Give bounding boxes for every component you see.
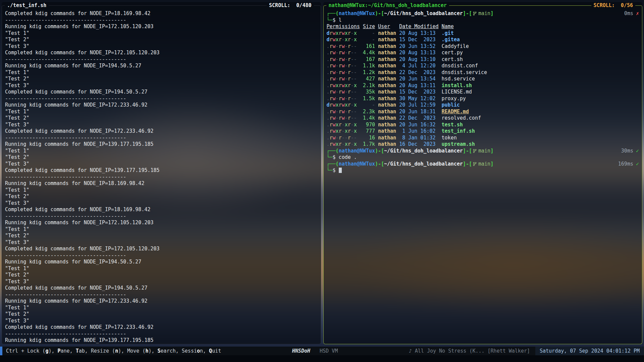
file-date: 22 Dec 2023 — [399, 115, 438, 122]
keybinding-hint: Resize ( — [91, 348, 115, 354]
file-listing-rows: drwxrwxr-x-nathan20 Aug 13:13.gitdrwxr-x… — [327, 30, 639, 148]
keybinding-hint: Lock ( — [27, 348, 45, 354]
pane-title: ./test_inf.sh — [5, 2, 49, 9]
file-row: .rw-rw-r--2.3knathan20 Jun 18:31README.m… — [327, 109, 639, 115]
terminal-line: ---------------------------------------- — [5, 174, 318, 181]
terminal-line: Completed kdig commands for NODE_IP=172.… — [5, 128, 318, 135]
file-row: .rw-rw-r--35knathan15 Dec 2023LICENSE.md — [327, 89, 639, 96]
file-date: 8 Jan 01:32 — [399, 135, 438, 141]
file-date: 20 Aug 13:13 — [399, 30, 438, 37]
file-owner: nathan — [378, 122, 396, 128]
keybinding-prefix: Ctrl + — [6, 348, 27, 354]
file-size: 1.5k — [363, 96, 375, 102]
file-row: .rwxr-xr-x970nathan20 Jun 16:32test.sh — [327, 122, 639, 128]
file-owner: nathan — [378, 69, 396, 76]
file-name: dnsdist.conf — [442, 63, 478, 69]
pane-frame-top: nathan@NWTux:~/Git/hns_doh_loadbalancer … — [323, 2, 643, 9]
prompt-path: ~/Git/hns_doh_loadbalancer — [384, 161, 463, 168]
git-branch-icon — [473, 11, 477, 16]
terminal-line: Running kdig commands for NODE_IP=139.17… — [5, 337, 318, 344]
file-size: 161 — [363, 43, 375, 50]
statusbar-accent-bar — [0, 347, 2, 355]
file-owner: nathan — [378, 50, 396, 56]
file-date: 20 Aug 13:11 — [399, 82, 438, 89]
terminal-line: "Test 2" — [5, 115, 318, 122]
file-permissions: .rw-rw-r-- — [327, 96, 360, 102]
file-permissions: .rw-rw-r-- — [327, 76, 360, 82]
prompt-path: ~/Git/hns_doh_loadbalancer — [384, 148, 463, 155]
prompt-symbol: $ — [333, 154, 336, 160]
terminal-line: ---------------------------------------- — [5, 96, 318, 102]
file-permissions: .rw-rw-r-- — [327, 109, 360, 115]
file-owner: nathan — [378, 56, 396, 63]
terminal-line: Running kdig commands for NODE_IP=172.23… — [5, 298, 318, 305]
pane-shell[interactable]: nathan@NWTux:~/Git/hns_doh_loadbalancer … — [323, 2, 643, 344]
pane-corner — [639, 5, 642, 9]
command-timing: 30ms✓ — [621, 148, 639, 155]
file-row: .rw-rw-r--4.4knathan20 Aug 13:13cert.py — [327, 50, 639, 56]
file-name: test.sh — [442, 122, 463, 128]
prompt-branch: main — [478, 148, 490, 155]
terminal-line: ---------------------------------------- — [5, 17, 318, 24]
file-date: 20 Jun 13:54 — [399, 76, 438, 82]
file-permissions: .rwxrwxr-x — [327, 82, 360, 89]
file-name: README.md — [442, 109, 469, 115]
keybinding-hint: o — [197, 348, 200, 354]
file-date: 16 Dec 2023 — [399, 141, 438, 148]
file-date: 20 Jun 13:52 — [399, 43, 438, 50]
prompt-user-host: nathan@NWTux — [339, 10, 375, 17]
file-row: drwxr-xr-x-nathan15 Dec 2023.gitea — [327, 37, 639, 43]
desktop: ./test_inf.sh SCROLL: 0/480 Completed kd… — [0, 0, 644, 362]
prompt-symbol: $ — [333, 17, 336, 23]
command-timing: 0ms✗ — [624, 10, 639, 17]
file-row: .rw-rw-r--1.1knathan 4 Jul 12:20dnsdist.… — [327, 63, 639, 69]
prompt-command-line[interactable]: └─$ — [327, 167, 639, 174]
file-row: .rw-rw-r--427nathan20 Jun 13:54hsd.servi… — [327, 76, 639, 82]
file-owner: nathan — [378, 30, 396, 37]
pane-corner — [2, 5, 5, 9]
file-name: Caddyfile — [442, 43, 469, 50]
pane-frame-top: ./test_inf.sh SCROLL: 0/480 — [2, 2, 321, 9]
terminal-line: "Test 1" — [5, 148, 318, 155]
terminal-line: Running kdig commands for NODE_IP=194.50… — [5, 259, 318, 265]
vm-label: HSD VM — [320, 348, 338, 354]
file-permissions: .rw-rw-r-- — [327, 89, 360, 96]
statusbar: Ctrl + Lock (g), Pane, Tab, Resize (n), … — [0, 347, 644, 355]
keybinding-hint: Q — [209, 348, 212, 354]
terminal-line: Completed kdig commands for NODE_IP=172.… — [5, 324, 318, 331]
prompt-frame-glyph: ] — [490, 148, 493, 155]
terminal-line: "Test 3" — [5, 43, 318, 50]
pane-corner — [318, 5, 321, 9]
file-permissions: .rwxr-xr-x — [327, 122, 360, 128]
pane-border-line — [49, 5, 267, 6]
file-size: - — [363, 37, 375, 43]
terminal-line: Completed kdig commands for NODE_IP=172.… — [5, 50, 318, 56]
terminal-line: "Test 1" — [5, 305, 318, 311]
file-date: 4 Jul 12:20 — [399, 63, 438, 69]
pane-test-inf-sh[interactable]: ./test_inf.sh SCROLL: 0/480 Completed kd… — [2, 2, 321, 344]
keybinding-hint: ) — [118, 348, 121, 354]
terminal-line: ---------------------------------------- — [5, 331, 318, 338]
file-permissions: .rw-rw-r-- — [327, 69, 360, 76]
terminal-line: "Test 1" — [5, 187, 318, 194]
prompt-user-host: nathan@NWTux — [339, 161, 375, 168]
keybinding-hints-items: Lock (g), Pane, Tab, Resize (n), Move (h… — [27, 348, 221, 354]
terminal-line: "Test 2" — [5, 76, 318, 82]
col-header-permissions: Permissions — [327, 23, 360, 30]
pane-title: nathan@NWTux:~/Git/hns_doh_loadbalancer — [326, 2, 449, 9]
terminal-line: Running kdig commands for NODE_IP=139.17… — [5, 141, 318, 148]
file-owner: nathan — [378, 135, 396, 141]
pane-border-line — [314, 5, 318, 6]
terminal-line: Completed kdig commands for NODE_IP=172.… — [5, 246, 318, 252]
scroll-indicator[interactable]: SCROLL: 0/56 — [591, 2, 635, 9]
terminal-line: "Test 3" — [5, 239, 318, 246]
file-owner: nathan — [378, 102, 396, 109]
scroll-indicator[interactable]: SCROLL: 0/480 — [267, 2, 314, 9]
file-row: drwxrwxr-x-nathan20 Jul 12:59public — [327, 102, 639, 109]
file-row: .rw-rw-r--1.4knathan22 Dec 2023resolved.… — [327, 115, 639, 122]
terminal-line: ---------------------------------------- — [5, 56, 318, 63]
file-date: 15 Dec 2023 — [399, 89, 438, 96]
keybinding-hint: uit — [212, 348, 221, 354]
col-header-size: Size — [363, 23, 375, 30]
prompt-command-line: └─$l — [327, 17, 639, 24]
